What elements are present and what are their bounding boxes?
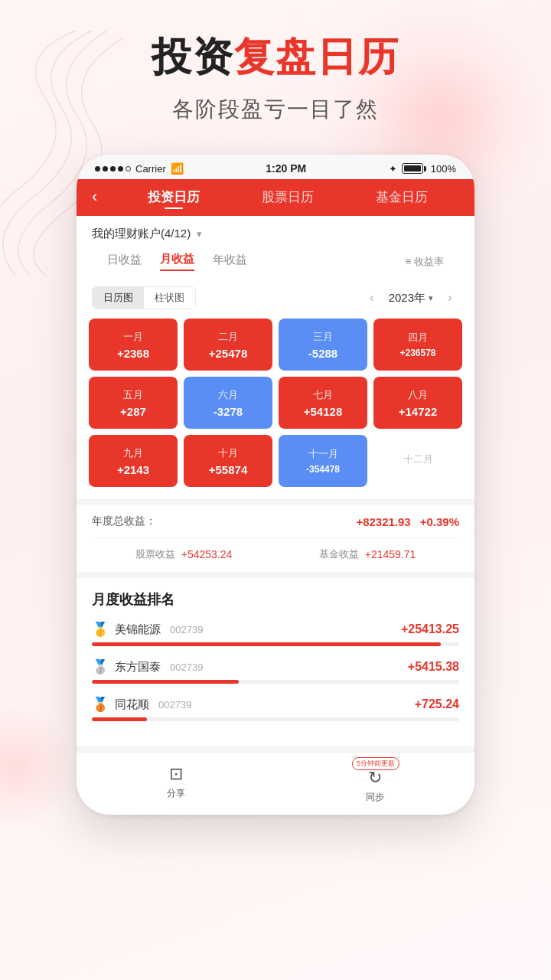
phone-mockup: Carrier 📶 1:20 PM ✦ 100% ‹ 投资日历 股票日历	[77, 155, 474, 815]
signal-dots	[95, 166, 131, 172]
ranking-value-3: +725.24	[415, 697, 459, 711]
month-value: +2143	[117, 463, 149, 476]
month-label: 四月	[408, 331, 428, 345]
status-left: Carrier 📶	[95, 162, 184, 175]
bluetooth-icon: ✦	[389, 163, 397, 175]
nav-tab-stock[interactable]: 股票日历	[262, 188, 314, 206]
progress-bar-fill-2	[92, 680, 239, 684]
annual-percent-value: +0.39%	[420, 515, 459, 528]
stock-code-1: 002739	[170, 624, 203, 635]
month-label: 二月	[218, 330, 238, 344]
month-value: +287	[120, 405, 146, 418]
divider	[92, 537, 459, 538]
stock-item: 股票收益 +54253.24	[135, 547, 233, 561]
month-label: 十月	[218, 446, 238, 460]
chart-type-bar[interactable]: 柱状图	[144, 287, 195, 309]
prev-year-button[interactable]: ‹	[363, 289, 381, 307]
calendar-cell-jan[interactable]: 一月 +2368	[89, 318, 178, 371]
battery-label: 100%	[431, 163, 456, 175]
rank-icon-3: 🥉	[92, 696, 109, 713]
calendar-cell-mar[interactable]: 三月 -5288	[279, 318, 367, 371]
fund-item: 基金收益 +21459.71	[319, 547, 416, 561]
hero-title: 投资复盘日历	[31, 31, 520, 84]
stock-code-2: 002739	[170, 662, 203, 673]
calendar-cell-feb[interactable]: 二月 +25478	[184, 318, 272, 371]
ranking-item-row: 🥈 东方国泰 002739 +5415.38	[92, 658, 459, 675]
sync-button[interactable]: 5分钟前更新 ↻ 同步	[366, 760, 384, 804]
calendar-cell-may[interactable]: 五月 +287	[89, 377, 178, 429]
ranking-item-3[interactable]: 🥉 同花顺 002739 +725.24	[92, 696, 459, 721]
chart-controls: 日历图 柱状图 ‹ 2023年 ▾ ›	[77, 279, 474, 318]
hero-section: 投资复盘日历 各阶段盈亏一目了然	[0, 0, 551, 147]
ranking-left: 🥈 东方国泰 002739	[92, 658, 203, 675]
fund-value: +21459.71	[365, 548, 416, 560]
hero-subtitle: 各阶段盈亏一目了然	[31, 95, 520, 124]
calendar-cell-sep[interactable]: 九月 +2143	[89, 435, 178, 487]
calendar-cell-dec[interactable]: 十二月	[373, 435, 462, 487]
month-label: 五月	[123, 388, 143, 402]
nav-bar: ‹ 投资日历 股票日历 基金日历	[77, 179, 474, 216]
carrier-label: Carrier	[135, 163, 166, 175]
month-value: -354478	[306, 464, 340, 475]
fund-label: 基金收益	[319, 547, 359, 561]
status-bar: Carrier 📶 1:20 PM ✦ 100%	[77, 155, 474, 179]
progress-bar-bg-1	[92, 642, 459, 646]
nav-tab-investment[interactable]: 投资日历	[148, 188, 200, 206]
month-value: +55874	[209, 463, 247, 476]
next-year-button[interactable]: ›	[441, 289, 459, 307]
calendar-cell-jul[interactable]: 七月 +54128	[279, 377, 367, 429]
dot-3	[110, 166, 116, 172]
ranking-item-row: 🥇 美锦能源 002739 +25413.25	[92, 621, 459, 638]
sync-icon: ↻	[368, 768, 382, 788]
back-button[interactable]: ‹	[92, 187, 116, 207]
chart-type-calendar[interactable]: 日历图	[93, 287, 144, 309]
month-label: 七月	[313, 388, 333, 402]
share-icon: ⊡	[169, 764, 183, 784]
month-label: 十一月	[308, 447, 338, 461]
ranking-item-1[interactable]: 🥇 美锦能源 002739 +25413.25	[92, 621, 459, 646]
nav-tabs: 投资日历 股票日历 基金日历	[116, 188, 459, 206]
calendar-cell-jun[interactable]: 六月 -3278	[184, 377, 272, 429]
annual-summary: 年度总收益： +82321.93 +0.39% 股票收益 +54253.24 基…	[77, 505, 474, 572]
sync-label: 同步	[366, 791, 384, 804]
month-value: +25478	[209, 347, 247, 360]
share-label: 分享	[167, 787, 185, 800]
ranking-value-1: +25413.25	[401, 622, 459, 636]
stock-label: 股票收益	[135, 547, 175, 561]
tab-daily[interactable]: 日收益	[107, 253, 142, 270]
month-label: 八月	[408, 388, 428, 402]
month-label: 三月	[313, 330, 333, 344]
nav-tab-fund[interactable]: 基金日历	[376, 188, 428, 206]
calendar-cell-aug[interactable]: 八月 +14722	[373, 377, 462, 429]
sync-badge: 5分钟前更新	[352, 757, 399, 770]
hero-title-part1: 投资	[152, 34, 234, 79]
progress-bar-bg-3	[92, 717, 459, 721]
share-button[interactable]: ⊡ 分享	[167, 764, 185, 800]
account-dropdown-icon: ▾	[197, 228, 202, 240]
year-label[interactable]: 2023年 ▾	[389, 291, 433, 305]
calendar-cell-oct[interactable]: 十月 +55874	[184, 435, 272, 487]
chart-type-buttons: 日历图 柱状图	[92, 286, 196, 309]
tab-yearly[interactable]: 年收益	[213, 253, 247, 270]
phone-wrapper: Carrier 📶 1:20 PM ✦ 100% ‹ 投资日历 股票日历	[0, 155, 551, 815]
period-tabs: 日收益 月收益 年收益 ≡ 收益率	[92, 252, 459, 279]
calendar-grid: 一月 +2368 二月 +25478 三月 -5288 四月 +236578	[77, 318, 474, 499]
month-value: +236578	[399, 348, 435, 358]
calendar-cell-apr[interactable]: 四月 +236578	[373, 318, 462, 371]
content-area: 我的理财账户(4/12) ▾ 日收益 月收益 年收益 ≡ 收益率 日历图 柱	[77, 216, 474, 815]
rank-icon-1: 🥇	[92, 621, 109, 638]
calendar-cell-nov[interactable]: 十一月 -354478	[279, 435, 367, 487]
ranking-section: 月度收益排名 🥇 美锦能源 002739 +25413.25	[77, 578, 474, 746]
month-value: +2368	[117, 347, 149, 360]
yield-rate-button[interactable]: ≡ 收益率	[406, 255, 444, 269]
ranking-item-2[interactable]: 🥈 东方国泰 002739 +5415.38	[92, 658, 459, 684]
month-label: 九月	[123, 446, 143, 460]
status-time: 1:20 PM	[266, 162, 306, 175]
year-navigation: ‹ 2023年 ▾ ›	[363, 289, 459, 307]
account-label: 我的理财账户(4/12)	[92, 227, 191, 241]
tab-monthly[interactable]: 月收益	[160, 252, 194, 271]
annual-total-label: 年度总收益：	[92, 514, 156, 528]
progress-bar-fill-3	[92, 717, 147, 721]
account-row[interactable]: 我的理财账户(4/12) ▾	[92, 227, 459, 241]
year-dropdown-icon: ▾	[429, 293, 433, 303]
